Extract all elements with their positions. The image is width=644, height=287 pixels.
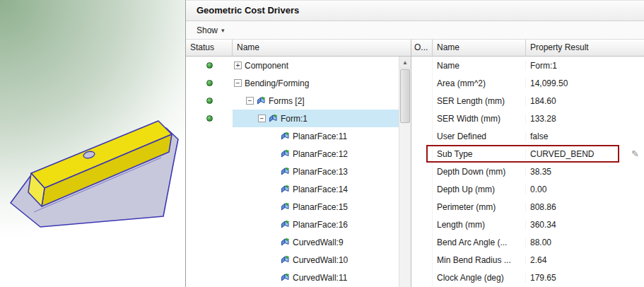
property-row[interactable]: User Defined false ✎ [411, 127, 644, 145]
panel-toolbar: Show ▾ [186, 21, 644, 40]
tree-row[interactable]: − Bending/Forming [186, 74, 399, 92]
property-header-row: O... Name Property Result [411, 40, 644, 57]
tree-label: PlanarFace:15 [293, 202, 348, 212]
show-dropdown-button[interactable]: Show ▾ [190, 23, 231, 38]
3d-viewport[interactable] [0, 0, 185, 287]
property-value-cell[interactable]: 88.00 [526, 238, 644, 247]
tree-row[interactable]: PlanarFace:13 [186, 163, 399, 180]
planar-face-icon [281, 131, 290, 141]
property-value-cell[interactable]: 38.35 [526, 167, 644, 177]
property-value-cell[interactable]: 0.00 [526, 184, 644, 194]
tree-row[interactable]: CurvedWall:9 [186, 233, 399, 251]
override-cell [411, 74, 433, 92]
property-value-cell[interactable]: 2.64 [526, 255, 644, 265]
planar-face-icon [281, 220, 290, 229]
name-cell: − Forms [2] [233, 92, 399, 110]
expander-icon[interactable]: − [258, 115, 266, 122]
name-cell: CurvedWall:11 [233, 269, 399, 286]
property-value-cell[interactable]: 184.60 [526, 96, 644, 106]
property-row[interactable]: Perimeter (mm) 808.86 ✎ [411, 198, 644, 216]
name-cell: CurvedWall:9 [233, 233, 399, 251]
override-cell [411, 145, 433, 163]
edit-pencil-icon[interactable]: ✎ [631, 148, 639, 158]
property-value-cell[interactable]: CURVED_BEND [526, 149, 644, 159]
tree-scrollbar[interactable]: ▲ [399, 57, 411, 287]
expander-icon[interactable]: − [234, 79, 242, 87]
status-ok-icon [206, 62, 213, 69]
property-name-cell: Length (mm) [433, 220, 526, 230]
property-name-cell: Depth Down (mm) [433, 167, 526, 177]
property-row[interactable]: Area (mm^2) 14,099.50 ✎ [411, 74, 644, 92]
3d-part-model [0, 0, 185, 287]
indent-spacer [234, 171, 270, 172]
curved-wall-icon [281, 255, 290, 264]
property-row[interactable]: Bend Arc Angle (... 88.00 ✎ [411, 233, 644, 251]
override-cell [411, 180, 433, 198]
chevron-down-icon: ▾ [221, 27, 225, 34]
tree-row[interactable]: CurvedWall:11 [186, 269, 399, 286]
show-label: Show [197, 25, 218, 35]
column-header-name[interactable]: Name [233, 40, 411, 57]
property-name-cell: Min Bend Radius ... [433, 255, 526, 265]
property-value-cell[interactable]: 14,099.50 [526, 78, 644, 88]
override-cell [411, 198, 433, 216]
indent-spacer [234, 277, 270, 278]
scrollbar-thumb[interactable] [400, 69, 410, 123]
tree-row[interactable]: CurvedWall:10 [186, 251, 399, 269]
tree-row[interactable]: − Forms [2] [186, 92, 399, 110]
indent-spacer [234, 259, 270, 260]
expander-icon[interactable]: + [234, 62, 242, 69]
column-header-status[interactable]: Status [186, 40, 233, 57]
override-cell [411, 92, 433, 110]
column-header-prop-result[interactable]: Property Result [526, 40, 644, 57]
expander-icon[interactable]: − [246, 97, 254, 105]
app-window: Geometric Cost Drivers Show ▾ Status Nam… [0, 0, 644, 287]
property-name-cell: Sub Type [433, 149, 526, 159]
name-cell: + Component [233, 57, 399, 74]
override-cell [411, 163, 433, 180]
property-row[interactable]: Length (mm) 360.34 ✎ [411, 216, 644, 233]
property-pane: O... Name Property Result Name Form:1 ✎ … [411, 40, 644, 287]
property-value-cell[interactable]: false [526, 131, 644, 141]
override-cell [411, 216, 433, 233]
tree-row[interactable]: PlanarFace:15 [186, 198, 399, 216]
property-name-cell: Depth Up (mm) [433, 184, 526, 194]
property-row[interactable]: SER Width (mm) 133.28 ✎ [411, 110, 644, 127]
name-cell: CurvedWall:10 [233, 251, 399, 269]
panel-title: Geometric Cost Drivers [186, 0, 644, 21]
property-row[interactable]: Min Bend Radius ... 2.64 ✎ [411, 251, 644, 269]
override-cell [411, 251, 433, 269]
property-value-cell[interactable]: 360.34 [526, 220, 644, 230]
status-cell [186, 98, 233, 104]
property-value-cell[interactable]: 133.28 [526, 114, 644, 124]
column-header-prop-name[interactable]: Name [433, 40, 526, 57]
status-cell [186, 115, 233, 122]
indent-spacer [234, 118, 258, 119]
override-cell [411, 127, 433, 145]
property-value-cell[interactable]: Form:1 [526, 61, 644, 71]
planar-face-icon [281, 167, 290, 176]
property-row[interactable]: SER Length (mm) 184.60 ✎ [411, 92, 644, 110]
tree-row[interactable]: + Component [186, 57, 399, 74]
geometric-cost-drivers-panel: Geometric Cost Drivers Show ▾ Status Nam… [185, 0, 644, 287]
tree-row[interactable]: − Form:1 [186, 110, 399, 127]
column-header-override[interactable]: O... [411, 40, 433, 57]
property-row[interactable]: Depth Up (mm) 0.00 ✎ [411, 180, 644, 198]
property-row[interactable]: Name Form:1 ✎ [411, 57, 644, 74]
property-row[interactable]: Sub Type CURVED_BEND ✎ [411, 145, 644, 163]
property-row[interactable]: Depth Down (mm) 38.35 ✎ [411, 163, 644, 180]
override-cell [411, 110, 433, 127]
curved-wall-icon [281, 273, 290, 282]
name-cell: − Bending/Forming [233, 74, 399, 92]
tree-row[interactable]: PlanarFace:11 [186, 127, 399, 145]
property-name-cell: User Defined [433, 131, 526, 141]
tree-row[interactable]: PlanarFace:12 [186, 145, 399, 163]
property-value-cell[interactable]: 179.65 [526, 273, 644, 283]
tree-row[interactable]: PlanarFace:16 [186, 216, 399, 233]
property-row[interactable]: Clock Angle (deg) 179.65 ✎ [411, 269, 644, 286]
indent-spacer [234, 242, 270, 242]
tree-label: PlanarFace:16 [293, 220, 348, 230]
scroll-up-button[interactable]: ▲ [399, 57, 411, 69]
tree-row[interactable]: PlanarFace:14 [186, 180, 399, 198]
property-value-cell[interactable]: 808.86 [526, 202, 644, 212]
